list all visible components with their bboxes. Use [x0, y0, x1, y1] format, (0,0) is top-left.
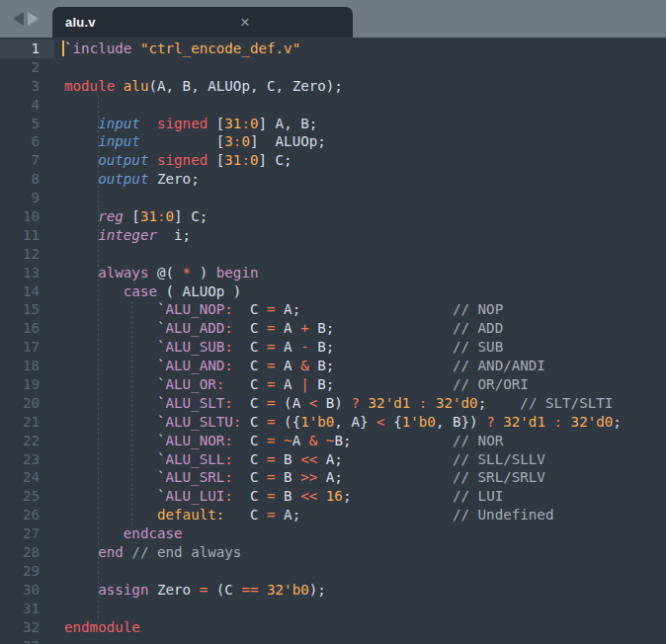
code-line[interactable]: integer i; — [64, 226, 191, 245]
code-line[interactable]: reg [31:0] C; — [64, 207, 208, 226]
code-token: : — [224, 358, 233, 373]
code-line-row[interactable]: 9 — [0, 189, 666, 207]
code-token: ALU_NOP — [166, 301, 225, 317]
code-line-row[interactable]: 10 reg [31:0] C; — [0, 207, 666, 226]
code-line-row[interactable]: 32endmodule — [0, 618, 666, 637]
code-token: i; — [157, 227, 191, 243]
text-cursor — [62, 40, 64, 56]
code-token — [258, 582, 267, 598]
code-line-row[interactable]: 1`include "ctrl_encode_def.v" — [0, 40, 666, 58]
code-line-row[interactable]: 14 case ( ALUOp ) — [0, 282, 666, 301]
code-line-row[interactable]: 2 — [0, 58, 666, 77]
code-line[interactable]: `include "ctrl_encode_def.v" — [64, 40, 300, 58]
code-token: ` — [64, 414, 166, 430]
code-line-row[interactable]: 16 `ALU_ADD: C = A + B; // ADD — [0, 319, 666, 338]
line-number: 1 — [0, 40, 54, 58]
code-line[interactable]: `ALU_OR: C = A | B; // OR/ORI — [64, 375, 529, 394]
code-token: input — [98, 133, 140, 149]
code-token: (C — [208, 582, 241, 598]
code-line-row[interactable]: 31 — [0, 600, 666, 618]
code-token: ALU_LUI — [166, 488, 225, 504]
code-token: signed — [157, 152, 208, 168]
code-line-row[interactable]: 25 `ALU_LUI: C = B << 16; // LUI — [0, 487, 666, 506]
code-token: B) — [317, 395, 351, 411]
code-line-row[interactable]: 22 `ALU_NOR: C = ~A & ~B; // NOR — [0, 432, 666, 450]
code-line[interactable]: `ALU_SLT: C = (A < B) ? 32'd1 : 32'd0; /… — [64, 394, 613, 413]
code-line[interactable]: assign Zero = (C == 32'b0); — [64, 581, 326, 600]
code-line-row[interactable]: 11 integer i; — [0, 226, 666, 245]
code-token: (A — [276, 395, 309, 411]
line-number: 4 — [0, 96, 54, 115]
code-token: , B}) — [436, 414, 486, 430]
code-line-row[interactable]: 23 `ALU_SLL: C = B << A; // SLL/SLLV — [0, 450, 666, 469]
code-token: ALU_SRL — [166, 469, 225, 485]
code-token: ] C; — [174, 208, 208, 224]
code-token: = — [267, 301, 276, 317]
code-line-row[interactable]: 8 output Zero; — [0, 170, 666, 189]
code-line[interactable]: `ALU_ADD: C = A + B; // ADD — [64, 319, 503, 338]
code-token: 32'b0 — [267, 582, 309, 598]
code-line-row[interactable]: 18 `ALU_AND: C = A & B; // AND/ANDI — [0, 357, 666, 375]
code-line-row[interactable]: 3module alu(A, B, ALUOp, C, Zero); — [0, 77, 666, 96]
code-line[interactable]: `ALU_LUI: C = B << 16; // LUI — [64, 487, 503, 506]
code-token — [317, 433, 326, 448]
code-line[interactable]: `ALU_NOR: C = ~A & ~B; // NOR — [64, 432, 503, 450]
code-line-row[interactable]: 29 — [0, 562, 666, 581]
code-line[interactable]: output signed [31:0] C; — [64, 151, 292, 170]
code-line[interactable]: default: C = A; // Undefined — [64, 506, 553, 524]
code-line-row[interactable]: 33 — [0, 637, 666, 644]
code-line-row[interactable]: 24 `ALU_SRL: C = B >> A; // SRL/SRLV — [0, 468, 666, 487]
code-line-row[interactable]: 7 output signed [31:0] C; — [0, 151, 666, 170]
code-line[interactable]: `ALU_SRL: C = B >> A; // SRL/SRLV — [64, 468, 545, 487]
code-token: * — [183, 265, 192, 281]
code-token: : — [224, 320, 233, 336]
nav-forward-icon[interactable] — [28, 12, 39, 26]
code-line-row[interactable]: 30 assign Zero = (C == 32'b0); — [0, 581, 666, 600]
code-line-row[interactable]: 6 input [3:0] ALUOp; — [0, 132, 666, 151]
code-token: : — [241, 116, 250, 131]
code-line[interactable]: case ( ALUOp ) — [64, 282, 241, 301]
code-line-row[interactable]: 13 always @( * ) begin — [0, 264, 666, 282]
code-token: ` — [64, 433, 166, 448]
code-line[interactable]: input signed [31:0] A, B; — [64, 115, 317, 133]
code-line-row[interactable]: 17 `ALU_SUB: C = A - B; // SUB — [0, 338, 666, 357]
code-token: = — [267, 451, 276, 467]
line-number: 19 — [0, 375, 54, 394]
code-token: = — [267, 469, 276, 485]
code-line[interactable]: endcase — [64, 524, 183, 543]
code-line[interactable]: `ALU_SUB: C = A - B; // SUB — [64, 338, 503, 357]
code-token: | — [300, 376, 309, 392]
code-line[interactable]: end // end always — [64, 543, 241, 562]
nav-back-icon[interactable] — [13, 12, 24, 26]
code-line[interactable]: always @( * ) begin — [64, 264, 258, 282]
code-line-row[interactable]: 26 default: C = A; // Undefined — [0, 506, 666, 524]
code-token: : — [216, 376, 225, 392]
code-line[interactable]: `ALU_SLL: C = B << A; // SLL/SLLV — [64, 450, 545, 469]
code-line-row[interactable]: 20 `ALU_SLT: C = (A < B) ? 32'd1 : 32'd0… — [0, 394, 666, 413]
code-token: : — [224, 469, 233, 485]
code-line-row[interactable]: 21 `ALU_SLTU: C = ({1'b0, A} < {1'b0, B}… — [0, 413, 666, 432]
code-line[interactable]: output Zero; — [64, 170, 200, 189]
close-icon[interactable]: × — [233, 7, 257, 38]
code-line-row[interactable]: 15 `ALU_NOP: C = A; // NOP — [0, 300, 666, 319]
code-line[interactable]: `ALU_AND: C = A & B; // AND/ANDI — [64, 357, 545, 375]
code-line[interactable]: endmodule — [64, 618, 140, 637]
code-token: >> — [300, 469, 317, 485]
code-token: ALU_SLL — [166, 451, 225, 467]
code-token: 32'd0 — [571, 414, 614, 430]
tab-alu-v[interactable]: alu.v × — [52, 7, 353, 38]
code-token: ? — [486, 414, 495, 430]
code-line[interactable]: `ALU_NOP: C = A; // NOP — [64, 300, 503, 319]
code-line-row[interactable]: 27 endcase — [0, 524, 666, 543]
code-line[interactable]: input [3:0] ALUOp; — [64, 132, 326, 151]
code-line-row[interactable]: 4 — [0, 96, 666, 115]
line-number: 9 — [0, 189, 54, 207]
code-line-row[interactable]: 19 `ALU_OR: C = A | B; // OR/ORI — [0, 375, 666, 394]
code-line-row[interactable]: 5 input signed [31:0] A, B; — [0, 115, 666, 133]
code-line-row[interactable]: 12 — [0, 245, 666, 264]
code-line[interactable]: module alu(A, B, ALUOp, C, Zero); — [64, 77, 343, 96]
editor[interactable]: 1`include "ctrl_encode_def.v"23module al… — [0, 38, 666, 644]
code-line[interactable]: `ALU_SLTU: C = ({1'b0, A} < {1'b0, B}) ?… — [64, 413, 622, 432]
code-token: ] A, B; — [259, 116, 318, 131]
code-line-row[interactable]: 28 end // end always — [0, 543, 666, 562]
